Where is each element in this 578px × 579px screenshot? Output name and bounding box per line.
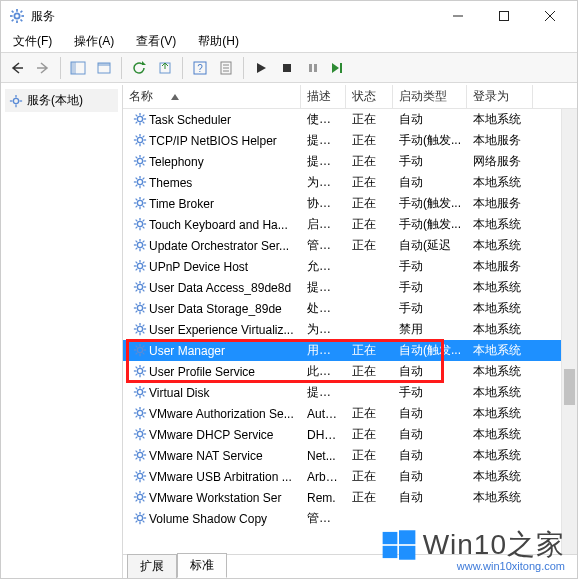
service-startup: 手动 (393, 258, 467, 275)
service-name: VMware Authorization Se... (149, 407, 294, 421)
service-startup: 手动 (393, 384, 467, 401)
service-desc: Arbit... (301, 470, 346, 484)
service-row[interactable]: User Data Storage_89de处理...手动本地系统 (123, 298, 577, 319)
service-desc: Net... (301, 449, 346, 463)
gear-icon (133, 322, 149, 338)
service-name: Update Orchestrator Ser... (149, 239, 289, 253)
menu-help[interactable]: 帮助(H) (192, 31, 245, 52)
service-status: 正在 (346, 153, 393, 170)
export-list-button[interactable] (92, 56, 116, 80)
svg-point-69 (137, 200, 142, 205)
back-button[interactable] (5, 56, 29, 80)
svg-line-202 (143, 492, 145, 494)
tab-standard[interactable]: 标准 (177, 553, 227, 578)
svg-line-95 (136, 247, 138, 249)
gear-icon (133, 427, 149, 443)
svg-line-56 (136, 156, 138, 158)
service-startup: 自动 (393, 405, 467, 422)
service-desc: 使用... (301, 111, 346, 128)
svg-rect-16 (98, 63, 110, 66)
svg-line-74 (136, 198, 138, 200)
service-row[interactable]: User Experience Virtualiz...为应...禁用本地系统 (123, 319, 577, 340)
column-desc[interactable]: 描述 (301, 85, 346, 108)
svg-line-174 (143, 436, 145, 438)
service-row[interactable]: UPnP Device Host允许...手动本地服务 (123, 256, 577, 277)
service-row[interactable]: VMware DHCP ServiceDHC...正在自动本地系统 (123, 424, 577, 445)
help-button[interactable]: ? (188, 56, 212, 80)
refresh-button[interactable] (127, 56, 151, 80)
vertical-scrollbar[interactable] (561, 109, 577, 554)
tabs-bar: 扩展 标准 (123, 554, 577, 578)
svg-line-112 (143, 282, 145, 284)
service-row[interactable]: VMware Workstation SerRem.正在自动本地系统 (123, 487, 577, 508)
svg-text:?: ? (197, 63, 203, 74)
svg-line-176 (136, 436, 138, 438)
column-name[interactable]: 名称 (123, 85, 301, 108)
menu-action[interactable]: 操作(A) (68, 31, 120, 52)
properties-button[interactable] (214, 56, 238, 80)
gear-icon (133, 259, 149, 275)
forward-button[interactable] (31, 56, 55, 80)
menu-view[interactable]: 查看(V) (130, 31, 182, 52)
service-name: VMware NAT Service (149, 449, 263, 463)
svg-line-50 (136, 142, 138, 144)
svg-point-87 (137, 242, 142, 247)
column-startup[interactable]: 启动类型 (393, 85, 467, 108)
svg-line-148 (143, 366, 145, 368)
stop-service-button[interactable] (275, 56, 299, 80)
service-logon: 本地系统 (467, 300, 533, 317)
svg-point-105 (137, 284, 142, 289)
svg-line-182 (136, 450, 138, 452)
minimize-button[interactable] (435, 1, 481, 31)
service-row[interactable]: Themes为用...正在自动本地系统 (123, 172, 577, 193)
pause-service-button[interactable] (301, 56, 325, 80)
restart-service-button[interactable] (327, 56, 351, 80)
svg-line-67 (143, 177, 145, 179)
services-icon (9, 94, 23, 108)
svg-point-141 (137, 368, 142, 373)
svg-line-104 (136, 268, 138, 270)
svg-point-159 (137, 410, 142, 415)
service-row[interactable]: User Profile Service此服...正在自动本地系统 (123, 361, 577, 382)
service-startup: 自动 (393, 111, 467, 128)
service-row[interactable]: VMware NAT ServiceNet...正在自动本地系统 (123, 445, 577, 466)
svg-line-40 (143, 114, 145, 116)
service-row[interactable]: Task Scheduler使用...正在自动本地系统 (123, 109, 577, 130)
svg-line-166 (143, 408, 145, 410)
service-startup: 自动(触发... (393, 342, 467, 359)
menu-file[interactable]: 文件(F) (7, 31, 58, 52)
service-desc: DHC... (301, 428, 346, 442)
service-startup: 手动(触发... (393, 195, 467, 212)
tree-pane: 服务(本地) (1, 85, 123, 578)
service-row[interactable]: VMware USB Arbitration ...Arbit...正在自动本地… (123, 466, 577, 487)
start-service-button[interactable] (249, 56, 273, 80)
service-row[interactable]: Touch Keyboard and Ha...启用...正在手动(触发...本… (123, 214, 577, 235)
service-row[interactable]: User Data Access_89de8d提供...手动本地系统 (123, 277, 577, 298)
service-name: User Data Access_89de8d (149, 281, 291, 295)
service-row[interactable]: Time Broker协调...正在手动(触发...本地服务 (123, 193, 577, 214)
close-button[interactable] (527, 1, 573, 31)
svg-point-114 (137, 305, 142, 310)
export-button[interactable] (153, 56, 177, 80)
tab-extended[interactable]: 扩展 (127, 554, 177, 578)
maximize-button[interactable] (481, 1, 527, 31)
service-row[interactable]: User Manager用户...正在自动(触发...本地系统 (123, 340, 577, 361)
svg-point-51 (137, 158, 142, 163)
show-hide-tree-button[interactable] (66, 56, 90, 80)
column-logon[interactable]: 登录为 (467, 85, 533, 108)
service-row[interactable]: Update Orchestrator Ser...管理...正在自动(延迟本地… (123, 235, 577, 256)
service-row[interactable]: TCP/IP NetBIOS Helper提供 ...正在手动(触发...本地服… (123, 130, 577, 151)
service-name: User Experience Virtualiz... (149, 323, 294, 337)
service-row[interactable]: Volume Shadow Copy管理... (123, 508, 577, 529)
service-row[interactable]: Telephony提供...正在手动网络服务 (123, 151, 577, 172)
svg-point-123 (137, 326, 142, 331)
tree-root-item[interactable]: 服务(本地) (5, 89, 118, 112)
service-startup: 自动 (393, 468, 467, 485)
column-status[interactable]: 状态 (346, 85, 393, 108)
svg-line-83 (136, 219, 138, 221)
scrollbar-thumb[interactable] (564, 369, 575, 405)
toolbar-divider (182, 57, 183, 79)
service-row[interactable]: VMware Authorization Se...Auth...正在自动本地系… (123, 403, 577, 424)
svg-line-8 (12, 20, 14, 22)
service-row[interactable]: Virtual Disk提供...手动本地系统 (123, 382, 577, 403)
